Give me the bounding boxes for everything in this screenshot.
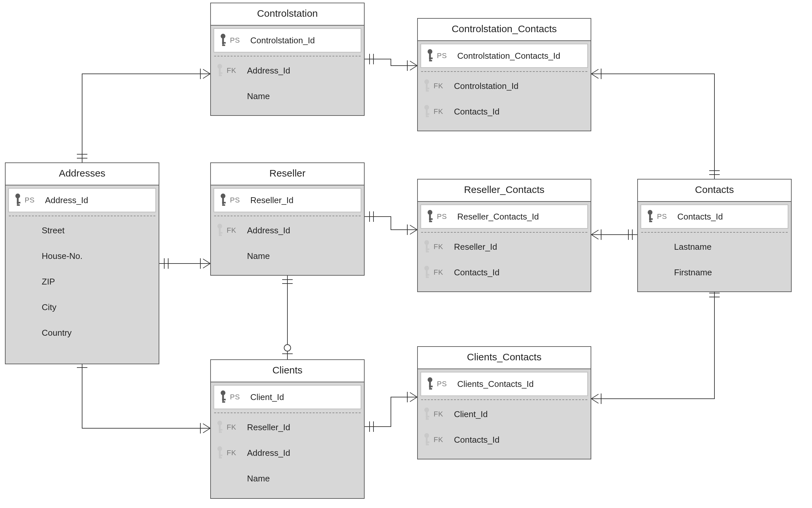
entity-row: Name <box>211 243 364 269</box>
column-name: City <box>36 302 56 312</box>
keytype-label: FK <box>434 243 448 251</box>
key-icon <box>422 265 432 280</box>
svg-rect-50 <box>222 205 225 206</box>
keytype-label: FK <box>227 423 241 431</box>
svg-rect-49 <box>222 202 226 204</box>
column-name: Contacts_Id <box>448 435 500 445</box>
entity-title: Reseller <box>211 163 364 185</box>
svg-rect-81 <box>426 88 429 89</box>
svg-rect-53 <box>219 232 222 234</box>
entity-reseller-contacts[interactable]: Reseller_Contacts PS Reseller_Contacts_I… <box>417 179 591 292</box>
keytype-label: FK <box>434 410 448 418</box>
svg-point-107 <box>424 433 429 438</box>
svg-point-39 <box>218 64 222 69</box>
column-name: Client_Id <box>448 409 488 419</box>
entity-controlstation-contacts[interactable]: Controlstation_Contacts PS Controlstatio… <box>417 18 591 131</box>
entity-addresses[interactable]: Addresses PS Address_Id Street Ho <box>5 162 159 364</box>
column-name: Reseller_Contacts_Id <box>451 212 539 222</box>
svg-rect-113 <box>649 218 653 220</box>
keytype-label: PS <box>230 393 244 401</box>
svg-rect-101 <box>429 386 433 387</box>
entity-row: City <box>6 294 159 320</box>
svg-point-103 <box>424 408 429 413</box>
pk-divider <box>214 56 361 56</box>
entity-title: Controlstation <box>211 3 364 26</box>
column-name: Country <box>36 328 72 338</box>
entity-row-pk: PS Controlstation_Id <box>214 28 361 52</box>
entity-row-pk: PS Address_Id <box>8 188 156 212</box>
entity-row: FK Address_Id <box>211 218 364 243</box>
column-name: Controlstation_Contacts_Id <box>451 51 560 61</box>
svg-rect-54 <box>219 235 222 236</box>
entity-title: Clients_Contacts <box>418 347 591 369</box>
keytype-label: PS <box>657 212 671 221</box>
column-name: Clients_Contacts_Id <box>451 379 534 389</box>
svg-point-111 <box>648 210 653 215</box>
svg-rect-90 <box>429 221 432 222</box>
entity-contacts[interactable]: Contacts PS Contacts_Id Lastname <box>637 179 791 292</box>
column-name: Reseller_Id <box>448 242 497 252</box>
svg-rect-85 <box>426 113 429 115</box>
svg-point-99 <box>428 377 433 382</box>
key-icon <box>646 209 655 224</box>
svg-point-75 <box>428 49 433 54</box>
key-icon <box>216 446 225 460</box>
entity-title: Clients <box>211 360 364 382</box>
svg-rect-102 <box>429 388 432 390</box>
column-name: Address_Id <box>241 225 291 236</box>
pk-divider <box>214 216 361 216</box>
entity-row: FK Address_Id <box>211 440 364 466</box>
svg-point-87 <box>428 210 433 215</box>
svg-rect-69 <box>219 455 222 456</box>
column-name: Street <box>36 225 64 236</box>
entity-controlstation[interactable]: Controlstation PS Controlstation_Id FK A… <box>210 3 364 116</box>
key-icon <box>422 407 432 421</box>
keytype-label: PS <box>437 51 451 60</box>
entity-row: FK Reseller_Id <box>211 415 364 440</box>
keytype-label: FK <box>227 449 241 457</box>
column-name: Controlstation_Id <box>448 81 519 91</box>
key-icon <box>219 193 228 207</box>
key-icon <box>426 377 435 391</box>
svg-point-35 <box>221 34 226 39</box>
keytype-label: FK <box>227 66 241 75</box>
entity-clients[interactable]: Clients PS Client_Id FK Reseller_Id FK <box>210 359 364 499</box>
svg-point-95 <box>424 266 429 271</box>
svg-point-47 <box>221 194 226 199</box>
column-name: Contacts_Id <box>671 212 723 222</box>
entity-row: FK Controlstation_Id <box>418 73 591 99</box>
entity-row: FK Contacts_Id <box>418 99 591 124</box>
svg-rect-78 <box>429 60 432 62</box>
svg-rect-42 <box>219 75 222 77</box>
entity-row: Name <box>211 83 364 109</box>
entity-title: Addresses <box>6 163 159 185</box>
svg-rect-98 <box>426 277 429 278</box>
key-icon <box>426 49 435 63</box>
svg-point-59 <box>221 390 226 395</box>
pk-divider <box>9 216 155 216</box>
entity-row: Lastname <box>638 234 791 260</box>
svg-rect-38 <box>222 45 225 46</box>
svg-rect-61 <box>222 399 226 400</box>
entity-row: FK Reseller_Id <box>418 234 591 260</box>
svg-rect-89 <box>429 218 433 220</box>
entity-row: FK Contacts_Id <box>418 260 591 285</box>
keytype-label: FK <box>434 268 448 277</box>
keytype-label: PS <box>437 212 451 221</box>
pk-divider <box>641 232 788 233</box>
svg-point-63 <box>218 421 222 426</box>
entity-row-pk: PS Controlstation_Contacts_Id <box>420 44 588 68</box>
column-name: Address_Id <box>241 448 291 458</box>
column-name: Reseller_Id <box>244 195 294 205</box>
svg-rect-97 <box>426 274 429 276</box>
keytype-label: PS <box>230 196 244 205</box>
svg-point-83 <box>424 105 429 110</box>
entity-row: Country <box>6 320 159 346</box>
entity-clients-contacts[interactable]: Clients_Contacts PS Clients_Contacts_Id … <box>417 346 591 459</box>
entity-title: Reseller_Contacts <box>418 179 591 202</box>
key-icon <box>216 223 225 238</box>
svg-rect-14 <box>17 205 20 206</box>
entity-row: FK Client_Id <box>418 401 591 427</box>
entity-reseller[interactable]: Reseller PS Reseller_Id FK Address_Id <box>210 162 364 276</box>
key-icon <box>426 209 435 224</box>
